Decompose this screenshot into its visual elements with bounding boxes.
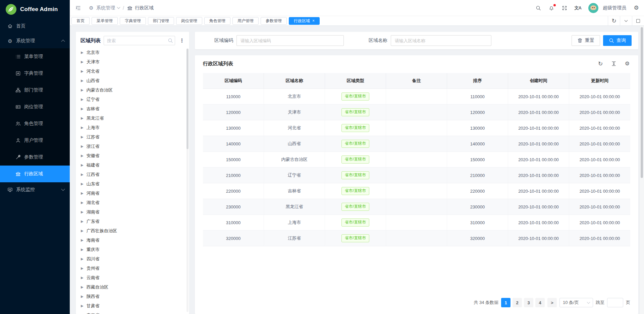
tree-node[interactable]: ▶ 山西省: [76, 76, 186, 85]
tree-node[interactable]: ▶ 贵州省: [76, 264, 186, 273]
tree-node[interactable]: ▶ 吉林省: [76, 104, 186, 114]
caret-right-icon[interactable]: ▶: [81, 145, 84, 148]
tree-node[interactable]: ▶ 青海省: [76, 311, 186, 314]
close-icon[interactable]: ×: [312, 19, 315, 23]
caret-right-icon[interactable]: ▶: [81, 210, 84, 214]
tab-menu-button[interactable]: [620, 16, 632, 25]
caret-right-icon[interactable]: ▶: [81, 60, 84, 64]
table-row[interactable]: 130000 河北省 省市/直辖市 130000 2020-10-01 00:0…: [203, 120, 630, 136]
tab[interactable]: 参数管理: [261, 17, 287, 25]
caret-right-icon[interactable]: ▶: [81, 220, 84, 223]
caret-right-icon[interactable]: ▶: [81, 79, 84, 82]
tree-node[interactable]: ▶ 河北省: [76, 67, 186, 76]
table-row[interactable]: 210000 辽宁省 省市/直辖市 210000 2020-10-01 00:0…: [203, 168, 630, 183]
window-scrollbar-thumb[interactable]: [641, 27, 643, 178]
caret-right-icon[interactable]: ▶: [81, 154, 84, 158]
caret-right-icon[interactable]: ▶: [81, 295, 84, 298]
caret-right-icon[interactable]: ▶: [81, 70, 84, 73]
caret-right-icon[interactable]: ▶: [81, 107, 84, 111]
tab[interactable]: 首页: [71, 17, 90, 25]
tree-node[interactable]: ▶ 江西省: [76, 170, 186, 179]
tree-node[interactable]: ▶ 江苏省: [76, 132, 186, 142]
tree-node[interactable]: ▶ 北京市: [76, 48, 186, 57]
tree-node[interactable]: ▶ 西藏自治区: [76, 282, 186, 292]
settings-gear-icon[interactable]: ⚙: [633, 5, 639, 11]
tree-node[interactable]: ▶ 四川省: [76, 254, 186, 264]
tree-node[interactable]: ▶ 广东省: [76, 217, 186, 226]
tree-node[interactable]: ▶ 福建省: [76, 161, 186, 170]
caret-right-icon[interactable]: ▶: [81, 182, 84, 186]
column-settings-icon[interactable]: ⚙: [624, 61, 630, 67]
page-button[interactable]: 1: [501, 298, 511, 307]
window-scrollbar[interactable]: [639, 26, 644, 314]
sidebar-item-user-mgmt[interactable]: 用户管理: [0, 132, 70, 149]
table-row[interactable]: 150000 内蒙古自治区 省市/直辖市 150000 2020-10-01 0…: [203, 152, 630, 168]
tab[interactable]: 岗位管理: [176, 17, 202, 25]
tree-node[interactable]: ▶ 山东省: [76, 179, 186, 189]
tab[interactable]: 用户管理: [232, 17, 259, 25]
search-button[interactable]: [535, 5, 541, 11]
row-density-button[interactable]: [611, 61, 617, 67]
caret-right-icon[interactable]: ▶: [81, 192, 84, 195]
language-switch-button[interactable]: 文A: [575, 5, 581, 11]
column-header[interactable]: 更新时间: [569, 73, 630, 89]
search-icon[interactable]: [168, 38, 173, 43]
avatar[interactable]: [588, 3, 598, 13]
table-row[interactable]: 110000 北京市 省市/直辖市 110000 2020-10-01 00:0…: [203, 89, 630, 105]
column-header[interactable]: 创建时间: [508, 73, 569, 89]
caret-right-icon[interactable]: ▶: [81, 248, 84, 251]
tab[interactable]: 行政区域 ×: [289, 17, 320, 25]
sidebar-item-home[interactable]: 首页: [0, 19, 70, 34]
region-name-input[interactable]: [391, 35, 491, 46]
tree-node[interactable]: ▶ 上海市: [76, 123, 186, 132]
page-size-select[interactable]: 10 条/页: [559, 298, 593, 307]
sidebar-item-role-mgmt[interactable]: 角色管理: [0, 115, 70, 132]
tree-node[interactable]: ▶ 浙江省: [76, 142, 186, 151]
caret-right-icon[interactable]: ▶: [81, 286, 84, 289]
tree-node[interactable]: ▶ 云南省: [76, 273, 186, 282]
caret-right-icon[interactable]: ▶: [81, 239, 84, 242]
tree-node[interactable]: ▶ 重庆市: [76, 245, 186, 254]
tree-node[interactable]: ▶ 辽宁省: [76, 95, 186, 104]
tab[interactable]: 菜单管理: [92, 17, 118, 25]
caret-right-icon[interactable]: ▶: [81, 229, 84, 233]
table-row[interactable]: 220000 吉林省 省市/直辖市 220000 2020-10-01 00:0…: [203, 183, 630, 199]
tree-node[interactable]: ▶ 湖南省: [76, 207, 186, 217]
tree-node[interactable]: ▶ 天津市: [76, 57, 186, 67]
sidebar-item-system[interactable]: ⚙ 系统管理: [0, 34, 70, 48]
column-header[interactable]: 区域类型: [325, 73, 386, 89]
caret-right-icon[interactable]: ▶: [81, 51, 84, 54]
tree-node[interactable]: ▶ 安徽省: [76, 151, 186, 161]
table-row[interactable]: 120000 天津市 省市/直辖市 120000 2020-10-01 00:0…: [203, 105, 630, 120]
column-header[interactable]: 区域名称: [264, 73, 325, 89]
notifications-button[interactable]: [548, 5, 554, 11]
tree-scrollbar[interactable]: [186, 49, 189, 312]
column-header[interactable]: 备注: [386, 73, 447, 89]
tree-search-input[interactable]: [104, 36, 175, 45]
more-options-icon[interactable]: ⋮: [178, 38, 186, 44]
sidebar-item-menu-mgmt[interactable]: 菜单管理: [0, 48, 70, 65]
breadcrumb-section[interactable]: 系统管理: [96, 5, 115, 11]
caret-right-icon[interactable]: ▶: [81, 304, 84, 308]
caret-right-icon[interactable]: ▶: [81, 201, 84, 204]
page-button[interactable]: 4: [535, 298, 545, 307]
sidebar-item-dept-mgmt[interactable]: 部门管理: [0, 82, 70, 99]
tree-node[interactable]: ▶ 内蒙古自治区: [76, 85, 186, 95]
app-logo[interactable]: Coffee Admin: [0, 0, 70, 19]
jump-page-input[interactable]: [607, 298, 623, 307]
sidebar-item-monitor[interactable]: 系统监控: [0, 182, 70, 197]
caret-right-icon[interactable]: ▶: [81, 267, 84, 270]
tree-node[interactable]: ▶ 河南省: [76, 189, 186, 198]
page-button[interactable]: 3: [524, 298, 533, 307]
caret-right-icon[interactable]: ▶: [81, 126, 84, 129]
table-row[interactable]: 310000 上海市 省市/直辖市 310000 2020-10-01 00:0…: [203, 215, 630, 231]
collapse-sidebar-button[interactable]: [75, 5, 81, 11]
sidebar-item-param-mgmt[interactable]: 参数管理: [0, 149, 70, 166]
tab[interactable]: 角色管理: [204, 17, 230, 25]
caret-right-icon[interactable]: ▶: [81, 88, 84, 92]
table-row[interactable]: 140000 山西省 省市/直辖市 140000 2020-10-01 00:0…: [203, 136, 630, 152]
sidebar-item-dict-mgmt[interactable]: 字典管理: [0, 65, 70, 82]
tree-node[interactable]: ▶ 甘肃省: [76, 301, 186, 311]
tab[interactable]: 部门管理: [148, 17, 174, 25]
table-row[interactable]: 320000 江苏省 省市/直辖市 320000 2020-10-01 00:0…: [203, 231, 630, 246]
